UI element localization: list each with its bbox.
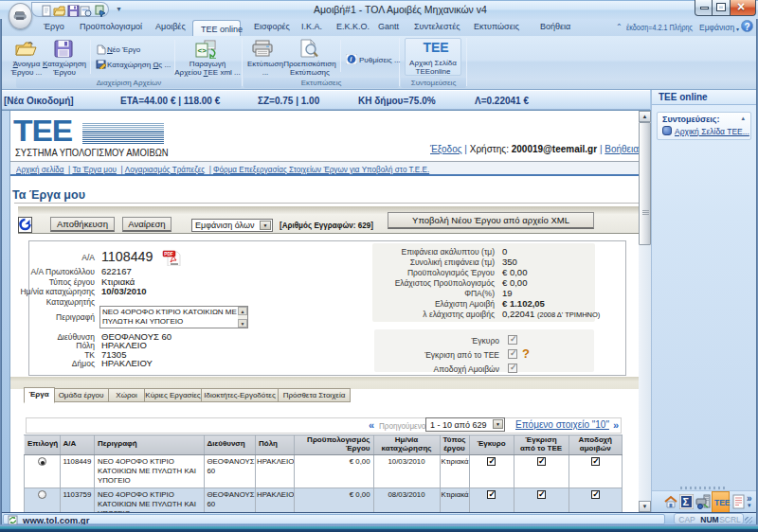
- svg-text:PDF: PDF: [164, 252, 173, 257]
- svg-text:Σ: Σ: [683, 496, 690, 507]
- svg-text:<>: <>: [198, 46, 208, 55]
